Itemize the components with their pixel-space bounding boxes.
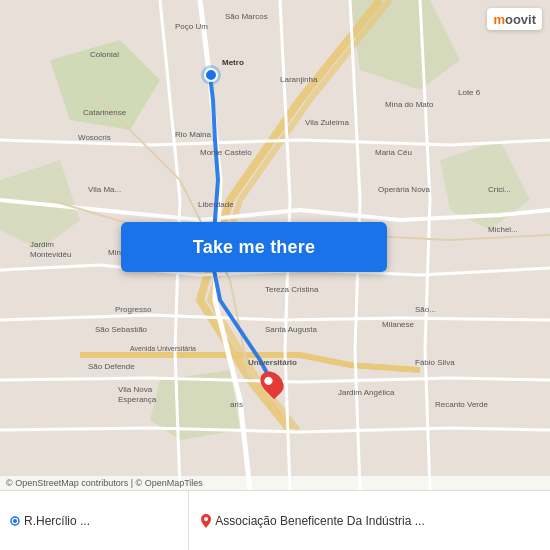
take-me-there-button[interactable]: Take me there — [121, 222, 387, 272]
origin-label: R.Hercílio ... — [24, 514, 90, 528]
destination-pin — [262, 370, 282, 396]
svg-point-7 — [204, 517, 208, 521]
user-location-dot — [204, 68, 218, 82]
moovit-logo: moovit — [487, 8, 542, 30]
map-attribution: © OpenStreetMap contributors | © OpenMap… — [0, 476, 550, 490]
origin-section: R.Hercílio ... — [0, 491, 189, 550]
take-me-there-label: Take me there — [193, 237, 315, 258]
destination-section: Associação Beneficente Da Indústria ... — [189, 491, 550, 550]
map-container: São Marcos Poço Um Colonial Metro Laranj… — [0, 0, 550, 490]
destination-label: Associação Beneficente Da Indústria ... — [215, 514, 424, 528]
bottom-navigation-bar: R.Hercílio ... Associação Beneficente Da… — [0, 490, 550, 550]
svg-point-6 — [13, 519, 17, 523]
destination-pin-icon — [201, 514, 211, 528]
svg-marker-0 — [50, 40, 160, 130]
origin-icon — [10, 516, 20, 526]
